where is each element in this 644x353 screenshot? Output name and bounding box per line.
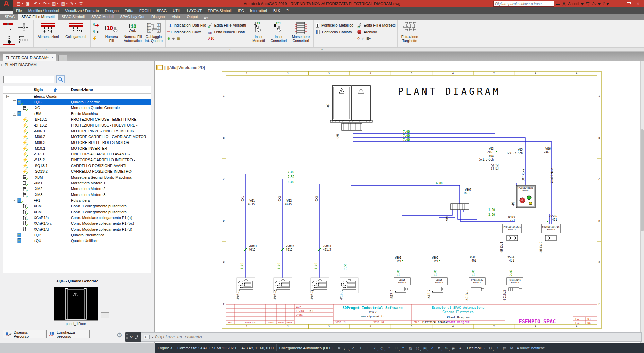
ribbon-tab-spac-lay-out[interactable]: SPAC Lay-Out bbox=[117, 14, 148, 20]
file-tab-electrical-diagram[interactable]: ELECTRICAL DIAGRAM* × bbox=[3, 54, 56, 61]
autocad-logo[interactable]: A bbox=[0, 0, 13, 11]
status-collegamento-automatico[interactable]: Collegamento Automatico [OFF] bbox=[277, 346, 335, 350]
signin-label[interactable]: Accedi bbox=[568, 2, 579, 6]
tree-row[interactable]: ✓XCn1.Conn. 1 collegamento pulsantiera bbox=[3, 209, 151, 215]
open-icon[interactable]: ▤ bbox=[15, 1, 22, 7]
status-coordinates[interactable]: 473.48, 11.60, 0.00 bbox=[239, 346, 276, 350]
lista-numeri-usati-button[interactable]: 10 Lista Numeri Usati bbox=[208, 29, 246, 35]
new-drawing-tab-button[interactable]: + bbox=[58, 55, 67, 61]
numera-rosso-button[interactable]: N bbox=[92, 22, 99, 28]
tree-row[interactable]: ⚡✓-SQ13.1CARRELLO POSIZIONE AVANTI - bbox=[3, 163, 151, 169]
save-icon[interactable]: ▣ bbox=[24, 1, 32, 7]
swap-icon[interactable]: ⥁ bbox=[357, 37, 360, 40]
status-toggle-inference-icon[interactable]: ∠ bbox=[350, 344, 357, 352]
plot-icon[interactable]: ▥ bbox=[50, 1, 58, 7]
edita-fili-morsetti2-button[interactable]: 10 Edita Fili e Morsetti bbox=[357, 22, 396, 28]
tree-row[interactable]: ⚡✓-M06.3MOTORE RULLI - ROLLS MOTOR bbox=[3, 140, 151, 146]
menu-item-visualizza-formato[interactable]: Visualizza / Formato bbox=[62, 7, 102, 14]
menu-item-spac[interactable]: SPAC bbox=[154, 7, 170, 14]
status-toggle-isodraft-icon[interactable]: ◇▾ bbox=[378, 344, 385, 352]
numera-fili-button[interactable]: 10 Numera Fili bbox=[102, 21, 121, 43]
tree-row[interactable]: −✓+P1Pulsantiera bbox=[3, 198, 151, 203]
tree-row[interactable]: ⚡✓-M06.2MOTORE CARRELLO - CARRIAGE MOTOR bbox=[3, 134, 151, 140]
indicazioni-cavo-button[interactable]: I Indicazioni Cavo bbox=[167, 29, 206, 35]
lunghezza-percorso-button[interactable]: Lunghezza percorso bbox=[46, 330, 90, 338]
menu-item-edita[interactable]: Edita bbox=[122, 7, 136, 14]
ribbon-tab-spac-fili-e-morsetti[interactable]: SPAC Fili e Morsetti bbox=[18, 14, 58, 20]
cart-icon[interactable] bbox=[585, 2, 590, 6]
status-toggle-workspace-icon[interactable]: ⚙▾ bbox=[487, 344, 494, 352]
wire-tee-icon[interactable] bbox=[17, 34, 32, 47]
search-icon[interactable] bbox=[556, 2, 560, 6]
command-input-area[interactable]: >_ ▾ bbox=[141, 332, 642, 342]
menu-item-interruttori[interactable]: Interruttori bbox=[247, 7, 270, 14]
renumber-icon[interactable]: ✗10 bbox=[208, 37, 214, 40]
wire-add-icon[interactable]: ⊕ bbox=[167, 37, 170, 40]
viewport-controls[interactable]: [-][Alto][Wireframe 2D] bbox=[164, 65, 205, 70]
redo-icon[interactable]: ↷ bbox=[41, 1, 49, 7]
wire-corner-icon[interactable] bbox=[2, 21, 17, 34]
palette-header[interactable]: PLANT DIAGRAM bbox=[0, 61, 154, 68]
status-toggle-gizmo-icon[interactable]: ⊕▾ bbox=[442, 344, 450, 352]
expander-minus-icon[interactable]: − bbox=[6, 95, 10, 98]
tree-row[interactable]: ✓XCnP1/b-cConn. Modulare collegamento P1… bbox=[3, 221, 151, 226]
panel-preview[interactable] bbox=[54, 287, 98, 321]
expander-minus-icon[interactable]: − bbox=[13, 199, 16, 202]
tree-row[interactable]: +QUQuadro Unifilare bbox=[3, 238, 151, 244]
preview-more-button[interactable]: ... bbox=[101, 312, 109, 318]
tree-row[interactable]: ⚡✓-BF13.1PROTEZIONI CHIUSE - EMETTITORE … bbox=[3, 117, 151, 122]
archivio-button[interactable]: Archivio bbox=[357, 29, 396, 35]
command-wrench-icon[interactable] bbox=[135, 335, 139, 339]
menu-item-edita-simboli[interactable]: EDITA Simboli bbox=[205, 7, 234, 14]
status-toggle-object-snap-tracking-icon[interactable]: ⊙ bbox=[385, 344, 393, 352]
block-menu-icon[interactable]: ⊞▾ bbox=[366, 37, 371, 40]
drawing-canvas[interactable]: [-][Alto][Wireframe 2D] bbox=[155, 61, 644, 343]
ribbon-tab-output[interactable]: Output bbox=[184, 14, 202, 20]
ribbon-tab-spac-simboli[interactable]: SPAC Simboli bbox=[58, 14, 88, 20]
restore-button[interactable] bbox=[624, 0, 633, 7]
tree-row[interactable]: ✓-XBMMorsettiera Segnali Bordo Macchina bbox=[3, 174, 151, 180]
menu-item-layout[interactable]: LAYOUT bbox=[184, 7, 205, 14]
wire-table-icon[interactable]: ▦ bbox=[177, 37, 180, 40]
menu-item-iec[interactable]: IEC bbox=[234, 7, 247, 14]
status-toggle-3d-object-snap-icon[interactable]: ▣▾ bbox=[421, 344, 428, 352]
pins-icon[interactable]: ⥂ bbox=[362, 36, 364, 40]
user-icon[interactable] bbox=[562, 2, 566, 6]
wire-junction-icon[interactable] bbox=[2, 34, 17, 47]
tree-row[interactable]: ✓-XM1Morsettiera Motore 1 bbox=[3, 180, 151, 186]
status-toggle-annotation-monitor-icon[interactable]: ! bbox=[494, 344, 501, 352]
tree-row[interactable]: −+BMBordo Macchina bbox=[3, 111, 151, 117]
status-toggle-transparency-icon[interactable]: ▨ bbox=[407, 344, 414, 352]
tree-row[interactable]: ⚡✓-S13.1FINECORSA CARRELLO AVANTI - bbox=[3, 151, 151, 157]
morsettiere-connettori-button[interactable]: Morsettiere Connettori bbox=[290, 21, 312, 43]
status-toggle-selection-filter-icon[interactable]: ▼▾ bbox=[435, 344, 442, 352]
wire-cross-icon[interactable] bbox=[17, 21, 32, 34]
tree-row[interactable]: ✓XCnP1/aConn. Modulare collegamento P1 (… bbox=[3, 215, 151, 221]
sheet-manager-icon[interactable] bbox=[156, 65, 163, 70]
status-toggle-lineweight-icon[interactable]: ≡ bbox=[400, 344, 407, 352]
undo-icon[interactable]: ↶ bbox=[32, 1, 40, 7]
tree-row[interactable]: ⚡✓-M10.1MOTORE INVERTER - bbox=[3, 146, 151, 151]
status-units[interactable]: Decimali bbox=[464, 346, 484, 350]
status-toggle-autoscale-icon[interactable]: ▲ bbox=[457, 344, 464, 352]
command-history-caret[interactable]: ▾ bbox=[152, 336, 153, 339]
qat-overflow-icon[interactable]: ▽ bbox=[77, 1, 85, 7]
status-toggle-lock-ui-icon[interactable]: ⊠ bbox=[508, 344, 516, 352]
status-toggle-selection-cycling-icon[interactable]: ◎▾ bbox=[414, 344, 421, 352]
column-descrizione[interactable]: Descrizione bbox=[71, 88, 93, 92]
tree-row[interactable]: ✓-XM2Morsettiera Motore 2 bbox=[3, 186, 151, 192]
disegna-percorso-button[interactable]: Disegna Percorso bbox=[3, 330, 45, 338]
ribbon-tab-spac[interactable]: SPAC bbox=[1, 14, 18, 20]
tree-header[interactable]: Sigla Descrizione bbox=[3, 86, 151, 94]
ponticello-metallico-button[interactable]: Ponticello Metallico bbox=[315, 22, 353, 28]
lightning-tool-icon[interactable] bbox=[92, 36, 99, 41]
tab-overflow-icon[interactable]: ▣▾ bbox=[204, 16, 208, 20]
tree-row[interactable]: ⚡✓-S13.2FINECORSA CARRELLO INDIETRO - bbox=[3, 157, 151, 163]
alimentazioni-button[interactable]: Alimentazioni bbox=[35, 21, 61, 39]
vertical-scrollbar[interactable] bbox=[640, 61, 644, 343]
tree-row[interactable]: XCnP1/dConn. Modulare collegamento P1 (d… bbox=[3, 226, 151, 232]
tree-row[interactable]: −Elenco Quadri bbox=[3, 94, 151, 99]
status-toggle-quick-properties-icon[interactable]: ▤ bbox=[501, 344, 508, 352]
command-grip[interactable] bbox=[126, 334, 128, 340]
status-notifications[interactable]: 4 nuove notifiche bbox=[517, 346, 545, 350]
